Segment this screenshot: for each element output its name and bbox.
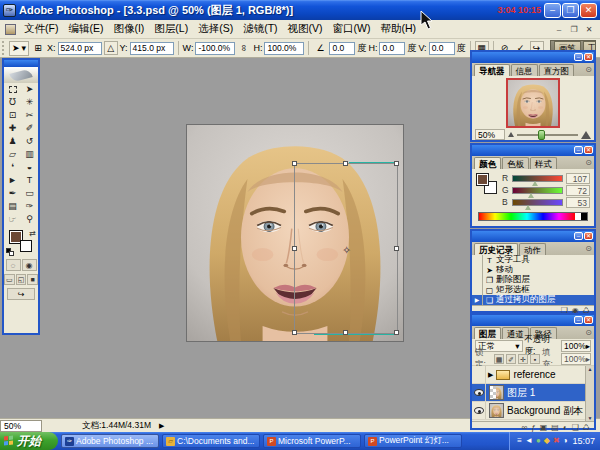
- hand-tool[interactable]: ☞: [4, 213, 21, 226]
- visibility-toggle[interactable]: [472, 402, 486, 419]
- layer-row-layer1[interactable]: 图层 1: [472, 384, 594, 402]
- transform-handle-br[interactable]: [394, 330, 399, 335]
- tray-icon[interactable]: ≡: [517, 437, 522, 445]
- transform-handle-bl[interactable]: [292, 330, 297, 335]
- path-selection-tool[interactable]: ►: [4, 174, 21, 187]
- tab-swatches[interactable]: 色板: [502, 157, 529, 169]
- width-scale-input[interactable]: -100.0%: [195, 42, 235, 55]
- taskbar-task-explorer[interactable]: ▱ C:\Documents and...: [162, 434, 260, 448]
- notes-tool[interactable]: ▤: [4, 200, 21, 213]
- tab-info[interactable]: 信息: [511, 64, 538, 76]
- healing-brush-tool[interactable]: ✚: [4, 122, 21, 135]
- transform-handle-ml[interactable]: [292, 246, 297, 251]
- transform-handle-tm[interactable]: [343, 161, 348, 166]
- swap-colors-icon[interactable]: ⇄: [29, 229, 36, 238]
- history-step-type-tool[interactable]: T 文字工具: [472, 255, 594, 265]
- menu-image[interactable]: 图像(I): [108, 20, 149, 38]
- fullscreen-menubar-mode-button[interactable]: ◱: [16, 274, 27, 285]
- minimize-button[interactable]: ‒: [574, 53, 583, 61]
- history-step-move[interactable]: ➤ 移动: [472, 265, 594, 275]
- tray-icon[interactable]: ◑: [563, 437, 568, 445]
- tool-preset-picker[interactable]: ➤ ▾: [9, 41, 29, 56]
- reference-point-locator-icon[interactable]: ⊞: [31, 41, 45, 55]
- lasso-tool[interactable]: ℧: [4, 96, 21, 109]
- expand-triangle-icon[interactable]: ▶: [488, 371, 493, 379]
- transform-reference-point-icon[interactable]: ✧: [342, 244, 351, 257]
- tab-styles[interactable]: 样式: [530, 157, 557, 169]
- add-mask-button[interactable]: ▣: [540, 423, 548, 432]
- transform-handle-tr[interactable]: [394, 161, 399, 166]
- blur-tool[interactable]: ❛: [4, 161, 21, 174]
- menu-layer[interactable]: 图层(L): [149, 20, 193, 38]
- color-spectrum-ramp[interactable]: [478, 212, 588, 221]
- link-dimensions-icon[interactable]: ∞: [237, 41, 251, 55]
- standard-mode-button[interactable]: ◌: [6, 259, 21, 271]
- tray-icon[interactable]: ●: [536, 437, 541, 445]
- transform-handle-mr[interactable]: [394, 246, 399, 251]
- transform-handle-tl[interactable]: [292, 161, 297, 166]
- rectangular-marquee-tool[interactable]: [4, 83, 21, 96]
- slider-thumb[interactable]: [532, 181, 538, 186]
- taskbar-task-powerpoint-show[interactable]: P PowerPoint 幻灯...: [364, 434, 462, 448]
- doc-minimize-button[interactable]: ‒: [553, 25, 565, 34]
- history-brush-tool[interactable]: ↺: [21, 135, 38, 148]
- v-skew-input[interactable]: 0.0: [429, 42, 455, 55]
- lock-image-button[interactable]: ✐: [506, 354, 516, 364]
- restore-button[interactable]: ❐: [562, 3, 579, 18]
- relative-position-toggle[interactable]: △: [104, 41, 118, 55]
- history-source-checkbox[interactable]: [472, 255, 483, 265]
- palette-menu-button[interactable]: ⊙: [585, 64, 592, 76]
- close-icon[interactable]: ✕: [584, 316, 593, 324]
- scroll-up-icon[interactable]: ▲: [586, 366, 594, 372]
- menu-file[interactable]: 文件(F): [19, 20, 63, 38]
- eraser-tool[interactable]: ▱: [4, 148, 21, 161]
- taskbar-task-powerpoint[interactable]: P Microsoft PowerP...: [263, 434, 361, 448]
- tab-color[interactable]: 颜色: [474, 157, 501, 169]
- lock-position-button[interactable]: ✛: [518, 354, 528, 364]
- layer-row-reference-group[interactable]: ▶ reference: [472, 366, 594, 384]
- new-group-button[interactable]: ▤: [551, 423, 559, 432]
- navigator-zoom-slider[interactable]: [517, 134, 578, 136]
- layers-title-bar[interactable]: ‒ ✕: [472, 315, 594, 326]
- visibility-toggle[interactable]: [472, 384, 486, 401]
- clock[interactable]: 15:07: [572, 436, 595, 446]
- toolbox-title-bar[interactable]: [4, 60, 38, 67]
- zoom-tool[interactable]: ⚲: [21, 213, 38, 226]
- default-colors-icon[interactable]: [6, 248, 15, 256]
- color-title-bar[interactable]: ‒ ✕: [472, 145, 594, 156]
- history-source-checkbox[interactable]: [472, 265, 483, 275]
- close-button[interactable]: ✕: [580, 3, 597, 18]
- zoom-out-icon[interactable]: [508, 132, 514, 137]
- delete-layer-button[interactable]: ♺: [583, 423, 590, 432]
- start-button[interactable]: 开始: [0, 432, 58, 450]
- menu-edit[interactable]: 编辑(E): [63, 20, 108, 38]
- fullscreen-mode-button[interactable]: ■: [27, 274, 38, 285]
- minimize-button[interactable]: ‒: [544, 3, 561, 18]
- red-slider[interactable]: [512, 175, 563, 182]
- taskbar-task-photoshop[interactable]: ✑ Adobe Photoshop ...: [61, 434, 159, 448]
- adjustment-layer-button[interactable]: ◐: [563, 423, 568, 432]
- history-step-layer-via-copy[interactable]: ▶ ❏ 通过拷贝的图层: [472, 295, 594, 305]
- minimize-button[interactable]: ‒: [574, 146, 583, 154]
- rotation-input[interactable]: 0.0: [329, 42, 355, 55]
- tray-icon[interactable]: ◄: [525, 437, 533, 445]
- layers-scrollbar[interactable]: ▲ ▼: [585, 366, 594, 421]
- scroll-down-icon[interactable]: ▼: [586, 415, 594, 421]
- palette-menu-button[interactable]: ⊙: [585, 157, 592, 169]
- palette-menu-button[interactable]: ⊙: [585, 327, 592, 339]
- quick-mask-mode-button[interactable]: ◉: [22, 259, 37, 271]
- pen-tool[interactable]: ✒: [4, 187, 21, 200]
- edit-in-imageready-button[interactable]: ↪: [7, 288, 35, 300]
- slider-thumb[interactable]: [538, 130, 545, 140]
- tab-histogram[interactable]: 直方图: [539, 64, 575, 76]
- green-value-input[interactable]: 72: [566, 185, 590, 196]
- slider-thumb[interactable]: [528, 193, 534, 198]
- opacity-input[interactable]: 100% ▸: [561, 340, 591, 352]
- blue-value-input[interactable]: 53: [566, 197, 590, 208]
- gradient-tool[interactable]: ▥: [21, 148, 38, 161]
- history-title-bar[interactable]: ‒ ✕: [472, 231, 594, 242]
- dodge-tool[interactable]: ◒: [21, 161, 38, 174]
- new-layer-button[interactable]: ❏: [572, 423, 579, 432]
- move-tool[interactable]: ➤: [21, 83, 38, 96]
- lock-all-button[interactable]: ▪: [530, 354, 540, 364]
